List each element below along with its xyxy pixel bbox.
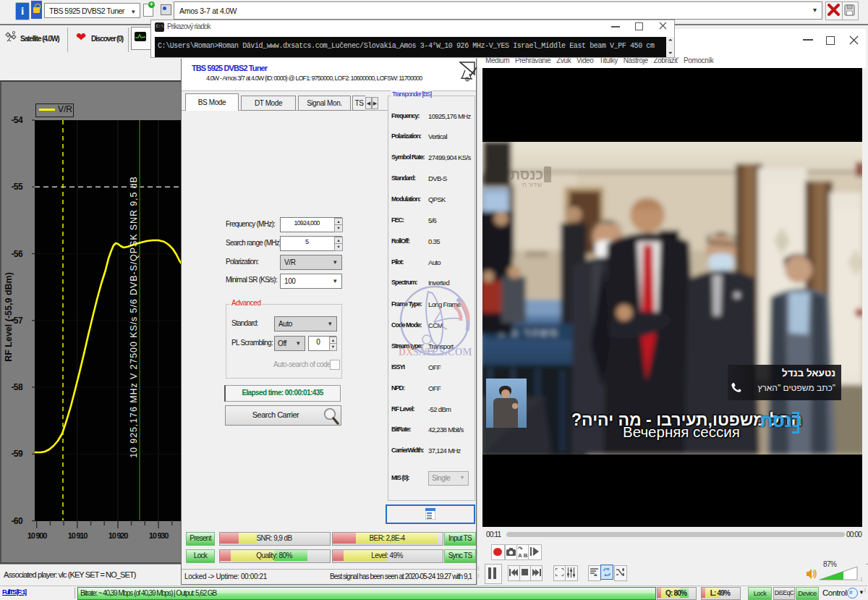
svg-text:®: ® bbox=[466, 77, 469, 82]
svg-text:SATCS.COM: SATCS.COM bbox=[413, 347, 472, 358]
svg-text:שידור חי: שידור חי bbox=[522, 182, 542, 188]
svg-text:כנסת: כנסת bbox=[511, 167, 543, 182]
svg-text:DX: DX bbox=[399, 347, 413, 358]
